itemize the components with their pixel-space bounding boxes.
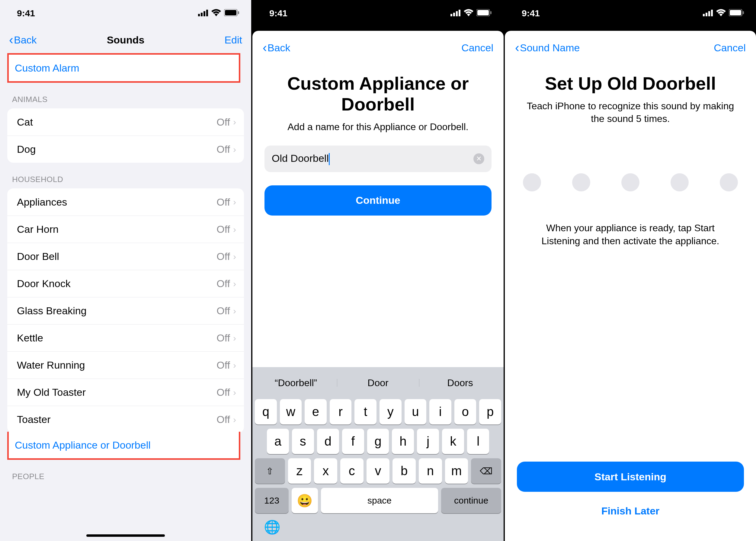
svg-rect-19: [730, 10, 741, 15]
list-row[interactable]: ToasterOff›: [7, 406, 244, 433]
svg-rect-9: [456, 11, 458, 16]
nav-edit-button[interactable]: Edit: [224, 34, 242, 46]
row-state: Off: [217, 224, 230, 235]
list-row[interactable]: Door KnockOff›: [7, 270, 244, 297]
chevron-right-icon: ›: [233, 197, 236, 207]
list-row[interactable]: Water RunningOff›: [7, 351, 244, 378]
nav-back-label: Back: [268, 42, 291, 54]
chevron-right-icon: ›: [233, 414, 236, 425]
key-z[interactable]: z: [288, 458, 311, 484]
key-b[interactable]: b: [392, 458, 416, 484]
key-x[interactable]: x: [314, 458, 337, 484]
chevron-right-icon: ›: [233, 360, 236, 370]
status-bar: 9:41: [505, 0, 756, 27]
list-row[interactable]: My Old ToasterOff›: [7, 378, 244, 406]
clear-input-button[interactable]: ✕: [473, 153, 484, 164]
key-s[interactable]: s: [292, 429, 314, 454]
key-i[interactable]: i: [429, 399, 451, 424]
status-bar: 9:41: [253, 0, 503, 27]
status-icons: [450, 8, 491, 18]
key-m[interactable]: m: [445, 458, 468, 484]
chevron-right-icon: ›: [233, 278, 236, 289]
key-r[interactable]: r: [330, 399, 352, 424]
row-state: Off: [217, 278, 230, 289]
row-state: Off: [217, 116, 230, 128]
progress-dot: [720, 173, 738, 192]
key-g[interactable]: g: [367, 429, 389, 454]
key-delete[interactable]: ⌫: [471, 458, 501, 484]
key-n[interactable]: n: [419, 458, 442, 484]
custom-appliance-row[interactable]: Custom Appliance or Doorbell: [7, 432, 240, 460]
key-y[interactable]: y: [379, 399, 401, 424]
key-k[interactable]: k: [442, 429, 464, 454]
suggestion[interactable]: Doors: [419, 377, 501, 388]
section-header-animals: ANIMALS: [0, 83, 251, 108]
key-c[interactable]: c: [340, 458, 364, 484]
nav-back-label: Sound Name: [520, 42, 580, 54]
key-f[interactable]: f: [342, 429, 364, 454]
svg-rect-16: [708, 11, 710, 16]
svg-rect-1: [201, 13, 203, 16]
home-indicator[interactable]: [86, 534, 165, 537]
signal-icon: [198, 8, 208, 18]
suggestion[interactable]: Door: [337, 377, 419, 388]
row-label: Water Running: [17, 359, 85, 371]
list-row[interactable]: Cat Off›: [7, 108, 244, 136]
svg-rect-14: [703, 14, 705, 16]
key-d[interactable]: d: [317, 429, 339, 454]
nav-cancel-button[interactable]: Cancel: [714, 42, 746, 54]
key-o[interactable]: o: [454, 399, 476, 424]
list-row[interactable]: Door BellOff›: [7, 243, 244, 270]
row-label: Door Bell: [17, 251, 59, 263]
svg-rect-12: [477, 10, 489, 15]
list-row[interactable]: AppliancesOff›: [7, 189, 244, 216]
key-p[interactable]: p: [479, 399, 501, 424]
nav-bar: ‹ Sound Name Cancel: [505, 34, 756, 61]
nav-back-button[interactable]: ‹ Back: [9, 33, 37, 47]
suggestion[interactable]: “Doorbell”: [255, 377, 337, 388]
wifi-icon: [716, 8, 726, 18]
key-j[interactable]: j: [417, 429, 439, 454]
chevron-right-icon: ›: [233, 224, 236, 235]
setup-sound-screen: 9:41 ‹ Sound Name Cancel Set Up Old Door…: [505, 0, 756, 541]
list-row[interactable]: Glass BreakingOff›: [7, 297, 244, 324]
key-e[interactable]: e: [305, 399, 327, 424]
key-a[interactable]: a: [267, 429, 289, 454]
progress-dot: [671, 173, 689, 192]
nav-back-button[interactable]: ‹ Sound Name: [515, 40, 580, 55]
svg-rect-5: [225, 10, 237, 15]
nav-back-button[interactable]: ‹ Back: [263, 40, 291, 55]
nav-cancel-button[interactable]: Cancel: [461, 42, 493, 54]
finish-later-button[interactable]: Finish Later: [505, 505, 756, 517]
name-input[interactable]: Old Doorbell ✕: [265, 146, 491, 172]
nav-back-label: Back: [14, 34, 37, 46]
globe-icon[interactable]: 🌐: [264, 520, 281, 534]
key-l[interactable]: l: [467, 429, 489, 454]
custom-alarm-row[interactable]: Custom Alarm: [7, 53, 240, 83]
key-v[interactable]: v: [367, 458, 390, 484]
start-listening-button[interactable]: Start Listening: [517, 462, 744, 492]
key-space[interactable]: space: [321, 488, 438, 513]
svg-rect-6: [238, 11, 239, 14]
custom-appliance-label: Custom Appliance or Doorbell: [15, 439, 151, 451]
animals-list: Cat Off› Dog Off›: [7, 108, 244, 163]
key-w[interactable]: w: [280, 399, 302, 424]
key-continue[interactable]: continue: [441, 488, 501, 513]
row-state: Off: [217, 359, 230, 371]
key-u[interactable]: u: [404, 399, 426, 424]
list-row[interactable]: Car HornOff›: [7, 216, 244, 243]
list-row[interactable]: KettleOff›: [7, 324, 244, 351]
continue-button[interactable]: Continue: [265, 185, 491, 216]
status-icons: [703, 8, 744, 18]
key-numbers[interactable]: 123: [255, 488, 289, 513]
key-t[interactable]: t: [355, 399, 377, 424]
key-q[interactable]: q: [255, 399, 277, 424]
key-emoji[interactable]: 😀: [292, 488, 318, 513]
svg-rect-17: [711, 10, 713, 16]
row-label: Cat: [17, 116, 33, 128]
key-h[interactable]: h: [392, 429, 414, 454]
wifi-icon: [464, 8, 473, 18]
svg-rect-3: [206, 10, 208, 16]
key-shift[interactable]: ⇧: [255, 458, 285, 484]
list-row[interactable]: Dog Off›: [7, 136, 244, 163]
